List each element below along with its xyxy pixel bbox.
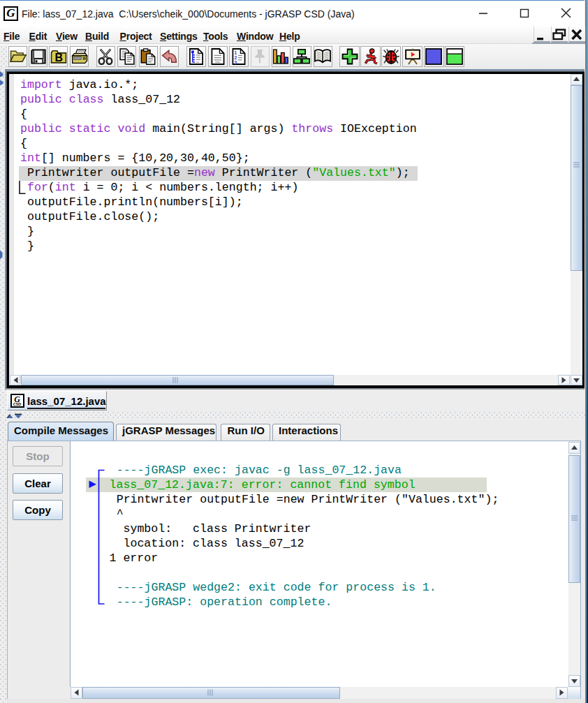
- svg-text:1: 1: [234, 50, 237, 55]
- svg-text:3: 3: [234, 60, 237, 65]
- svg-text:B: B: [54, 52, 63, 64]
- svg-text:2: 2: [234, 55, 237, 60]
